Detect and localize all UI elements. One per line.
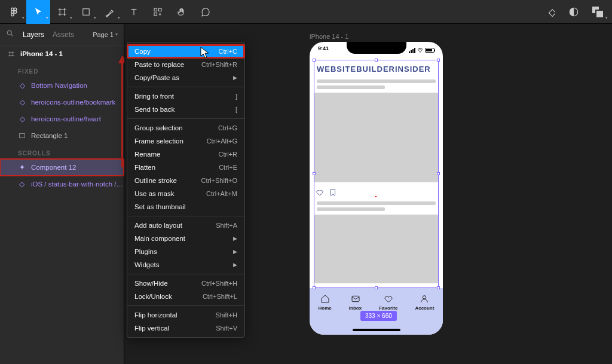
menu-send-back[interactable]: Send to back[ [127, 103, 244, 116]
placeholder-line [317, 201, 436, 205]
svg-point-26 [420, 52, 420, 53]
menu-rename[interactable]: RenameCtrl+R [127, 148, 244, 161]
menu-lock[interactable]: Lock/UnlockCtrl+Shift+L [127, 290, 244, 303]
component-icon: ◇ [18, 115, 26, 123]
center-marker [375, 196, 377, 197]
heart-icon [316, 188, 324, 197]
svg-rect-17 [549, 9, 555, 16]
scroll-content: WEBSITEBUILDERINSIDER [314, 61, 438, 288]
nav-favorite[interactable]: Favorite [379, 294, 397, 311]
selection-dimensions: 333 × 660 [360, 311, 397, 321]
component-icon: ◇ [18, 180, 26, 188]
menu-paste-replace[interactable]: Paste to replaceCtrl+Shift+R [127, 58, 244, 71]
text-tool[interactable] [122, 0, 146, 24]
menu-frame[interactable]: Frame selectionCtrl+Alt+G [127, 134, 244, 148]
wifi-icon [417, 48, 423, 53]
component-icon: ◇ [18, 98, 26, 106]
component-icon: ◇ [18, 81, 26, 90]
layer-component12-selected[interactable]: ✦ Component 12 [0, 159, 124, 176]
menu-fliph[interactable]: Flip horizontalShift+H [127, 308, 244, 322]
svg-point-4 [14, 10, 17, 13]
status-bar: 9:41 [310, 45, 443, 55]
frame-layer[interactable]: iPhone 14 - 1 [0, 45, 124, 62]
nav-home[interactable]: Home [319, 294, 332, 311]
menu-copy-paste-as[interactable]: Copy/Paste as▶ [127, 71, 244, 84]
menu-copy[interactable]: CopyCtrl+C [127, 45, 244, 58]
shape-tool[interactable]: ▾ [74, 0, 98, 24]
rectangle-icon [18, 133, 26, 139]
move-tool[interactable]: ▾ [26, 0, 50, 24]
hand-tool[interactable] [170, 0, 194, 24]
panel-header: Layers Assets Page 1▾ [0, 24, 124, 45]
boolean-tool[interactable]: ▾ [586, 0, 610, 24]
svg-rect-13 [159, 8, 162, 11]
menu-flipv[interactable]: Flip verticalShift+V [127, 322, 244, 335]
layer-label: iOS / status-bar-with-notch / ... [31, 181, 124, 188]
layer-label: Bottom Navigation [31, 82, 87, 89]
iphone-frame[interactable]: 9:41 WEBSITEBUILDERINSIDER Home Inbox [310, 42, 443, 335]
svg-point-2 [11, 13, 14, 16]
assets-tab[interactable]: Assets [53, 30, 74, 39]
layers-tab[interactable]: Layers [23, 30, 44, 39]
component-set-icon: ✦ [18, 163, 26, 172]
svg-rect-25 [20, 134, 25, 138]
layer-label: heroicons-outline/heart [31, 115, 101, 123]
signal-icon [409, 48, 415, 53]
placeholder-line [317, 79, 436, 83]
layer-label: Component 12 [31, 164, 76, 171]
svg-point-28 [423, 296, 426, 299]
scrolls-section: SCROLLS [0, 144, 124, 159]
svg-point-19 [7, 30, 11, 35]
layer-label: iPhone 14 - 1 [20, 50, 63, 57]
content-title: WEBSITEBUILDERINSIDER [314, 61, 438, 77]
search-icon[interactable] [6, 29, 14, 39]
figma-menu[interactable]: ▾ [2, 0, 26, 24]
menu-showhide[interactable]: Show/HideCtrl+Shift+H [127, 277, 244, 290]
resources-tool[interactable] [146, 0, 170, 24]
layer-label: Rectangle 1 [31, 132, 68, 139]
component-badge-icon[interactable] [538, 0, 562, 24]
svg-rect-27 [352, 296, 359, 301]
nav-account[interactable]: Account [415, 294, 434, 311]
mask-mode-icon[interactable] [562, 0, 586, 24]
menu-plugins[interactable]: Plugins▶ [127, 245, 244, 258]
layer-rectangle[interactable]: Rectangle 1 [0, 127, 124, 144]
svg-rect-12 [154, 8, 157, 11]
context-menu: CopyCtrl+C Paste to replaceCtrl+Shift+R … [127, 42, 245, 338]
placeholder-block [314, 215, 438, 283]
layer-bottom-nav[interactable]: ◇ Bottom Navigation [0, 77, 124, 94]
svg-rect-14 [154, 13, 157, 16]
menu-flatten[interactable]: FlattenCtrl+E [127, 161, 244, 174]
menu-group[interactable]: Group selectionCtrl+G [127, 121, 244, 134]
layer-heart[interactable]: ◇ heroicons-outline/heart [0, 111, 124, 127]
comment-tool[interactable] [194, 0, 218, 24]
status-time: 9:41 [318, 45, 329, 55]
menu-thumb[interactable]: Set as thumbnail [127, 200, 244, 213]
menu-widgets[interactable]: Widgets▶ [127, 258, 244, 271]
menu-autolayout[interactable]: Add auto layoutShift+A [127, 219, 244, 232]
nav-inbox[interactable]: Inbox [349, 294, 362, 311]
layer-statusbar[interactable]: ◇ iOS / status-bar-with-notch / ... [0, 176, 124, 192]
battery-icon [425, 48, 434, 53]
placeholder-line [317, 207, 385, 211]
svg-rect-9 [83, 8, 90, 15]
canvas-frame-label[interactable]: iPhone 14 - 1 [310, 33, 348, 40]
menu-mask[interactable]: Use as maskCtrl+Alt+M [127, 187, 244, 200]
frame-icon [7, 50, 16, 57]
page-selector[interactable]: Page 1▾ [93, 31, 118, 38]
placeholder-line [317, 85, 385, 89]
menu-outline[interactable]: Outline strokeCtrl+Shift+O [127, 174, 244, 187]
home-indicator [353, 329, 400, 331]
svg-line-20 [11, 35, 13, 36]
layer-label: heroicons-outline/bookmark [31, 99, 115, 106]
menu-bring-front[interactable]: Bring to front] [127, 90, 244, 103]
bookmark-icon [329, 188, 337, 197]
frame-tool[interactable]: ▾ [50, 0, 74, 24]
placeholder-block [314, 93, 438, 182]
layer-bookmark[interactable]: ◇ heroicons-outline/bookmark [0, 94, 124, 111]
menu-main-component[interactable]: Main component▶ [127, 232, 244, 245]
fixed-section: FIXED [0, 62, 124, 77]
pen-tool[interactable]: ▾ [98, 0, 122, 24]
layers-panel: Layers Assets Page 1▾ iPhone 14 - 1 FIXE… [0, 24, 124, 364]
top-toolbar: ▾ ▾ ▾ ▾ ▾ ▾ [0, 0, 612, 24]
